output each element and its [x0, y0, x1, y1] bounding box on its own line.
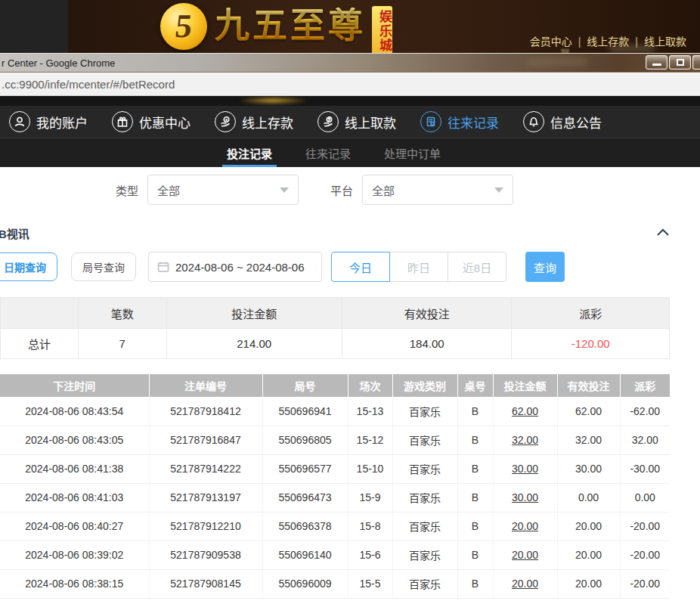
col-game-type: 游戏类别 [392, 374, 457, 397]
chrome-titlebar[interactable]: r Center - Google Chrome [0, 53, 700, 73]
last-8-days-button[interactable]: 近8日 [448, 252, 506, 282]
censored-blob [526, 58, 587, 66]
deposit-hand-coin-icon [215, 111, 236, 132]
bet-amount-link[interactable]: 32.00 [493, 426, 557, 454]
chrome-urlbar: .cc:9900/infe/mcenter/#/betRecord [0, 73, 700, 96]
nav-item-my-account[interactable]: 我的账户 [9, 111, 88, 132]
date-range-input[interactable]: 2024-08-06 ~ 2024-08-06 [148, 252, 322, 282]
cell-session: 15-5 [348, 569, 392, 598]
platform-select[interactable]: 全部 [362, 175, 513, 205]
section-collapse-header[interactable]: B视讯 [0, 223, 700, 243]
cell-valid: 30.00 [557, 454, 620, 483]
cell-valid: 20.00 [557, 569, 620, 598]
cell-game: 百家乐 [392, 397, 457, 426]
summary-total-label: 总计 [1, 329, 79, 358]
nav-label: 线上存款 [242, 113, 293, 132]
table-row: 2024-08-06 08:43:54 521787918412 5506969… [0, 397, 670, 426]
summary-bet-amount: 214.00 [167, 329, 342, 358]
cell-payout: -30.00 [620, 454, 670, 483]
summary-payout: -120.00 [512, 329, 669, 358]
site-logo: 5 九五至尊 娱乐城 [160, 3, 392, 57]
tab-bet-records[interactable]: 投注记录 [227, 138, 272, 167]
bet-amount-link[interactable]: 20.00 [493, 569, 557, 598]
cell-time: 2024-08-06 08:41:38 [0, 454, 149, 483]
nav-item-transaction-records[interactable]: 往来记录 [420, 111, 499, 132]
cell-game: 百家乐 [392, 541, 457, 569]
cell-payout: 32.00 [620, 426, 670, 454]
logo-glow [240, 97, 305, 104]
header-links: 会员中心|线上存款|线上取款 [530, 33, 686, 48]
col-payout: 派彩 [620, 374, 670, 397]
bet-amount-link[interactable]: 30.00 [493, 483, 557, 512]
col-round-id: 局号 [262, 374, 348, 397]
cell-round: 550696577 [262, 454, 348, 483]
round-query-button[interactable]: 局号查询 [71, 252, 136, 281]
bet-amount-link[interactable]: 20.00 [493, 541, 557, 569]
today-button[interactable]: 今日 [331, 252, 390, 282]
summary-header-count: 笔数 [79, 298, 167, 328]
col-session: 场次 [348, 374, 392, 397]
cell-round: 550696805 [262, 426, 348, 454]
table-row: 2024-08-06 08:41:38 521787914222 5506965… [0, 454, 670, 483]
summary-header-payout: 派彩 [512, 298, 669, 328]
nav-item-online-deposit[interactable]: 线上存款 [215, 111, 293, 132]
nav-label: 优惠中心 [139, 113, 190, 132]
tab-transaction-records[interactable]: 往来记录 [305, 138, 351, 167]
cell-payout: -20.00 [620, 541, 670, 569]
tab-pending-orders[interactable]: 处理中订单 [384, 138, 441, 167]
link-separator: | [578, 36, 581, 48]
cell-table-no: B [457, 397, 493, 426]
cell-round: 550696140 [262, 541, 348, 569]
cell-table-no: B [457, 483, 493, 512]
date-query-button[interactable]: 日期查询 [0, 252, 57, 281]
bet-amount-link[interactable]: 30.00 [493, 454, 557, 483]
table-row: 2024-08-06 08:40:27 521787912210 5506963… [0, 512, 670, 541]
col-bet-amount: 投注金额 [493, 374, 557, 397]
yesterday-button[interactable]: 昨日 [389, 252, 448, 282]
col-order-id: 注单编号 [149, 374, 262, 397]
cell-order: 521787916847 [149, 426, 262, 454]
cell-game: 百家乐 [392, 426, 457, 454]
table-row: 2024-08-06 08:41:03 521787913197 5506964… [0, 483, 670, 512]
cell-valid: 32.00 [557, 426, 620, 454]
cell-session: 15-10 [348, 454, 392, 483]
cell-session: 15-9 [348, 483, 392, 512]
cell-session: 15-12 [348, 426, 392, 454]
cell-round: 550696941 [262, 397, 348, 426]
cell-table-no: B [457, 426, 493, 454]
summary-count: 7 [79, 329, 167, 358]
nav-item-online-withdraw[interactable]: 线上取款 [317, 111, 396, 132]
nav-label: 我的账户 [36, 113, 88, 132]
logo-text: 九五至尊 [215, 8, 366, 42]
cell-payout: 0.00 [620, 483, 670, 512]
minimize-button[interactable] [646, 55, 667, 70]
search-button[interactable]: 查询 [525, 252, 565, 282]
cell-game: 百家乐 [392, 454, 457, 483]
address-bar[interactable]: .cc:9900/infe/mcenter/#/betRecord [2, 78, 175, 91]
cell-round: 550696009 [262, 569, 348, 598]
cell-order: 521787909538 [149, 541, 262, 569]
cell-time: 2024-08-06 08:43:54 [0, 397, 149, 426]
minimize-icon [652, 63, 661, 66]
restore-button[interactable] [669, 55, 691, 70]
cell-order: 521787908145 [149, 569, 262, 598]
bet-amount-link[interactable]: 62.00 [493, 397, 557, 426]
cell-table-no: B [457, 569, 493, 598]
nav-item-promo-center[interactable]: 优惠中心 [112, 111, 190, 132]
table-row: 2024-08-06 08:43:05 521787916847 5506968… [0, 426, 670, 454]
window-title: r Center - Google Chrome [2, 57, 115, 69]
bet-amount-link[interactable]: 20.00 [493, 512, 557, 541]
cell-valid: 62.00 [557, 397, 620, 426]
nav-label: 信息公告 [550, 113, 602, 132]
cell-game: 百家乐 [392, 512, 457, 541]
cell-time: 2024-08-06 08:40:27 [0, 512, 149, 541]
page-top-strip [0, 96, 700, 106]
cell-payout: -62.00 [620, 397, 670, 426]
cell-game: 百家乐 [392, 483, 457, 512]
restore-icon [677, 59, 684, 66]
nav-item-announcements[interactable]: 信息公告 [523, 111, 602, 132]
cell-table-no: B [457, 541, 493, 569]
chevron-up-icon [656, 226, 670, 240]
close-button[interactable] [692, 55, 700, 70]
type-select[interactable]: 全部 [147, 175, 299, 205]
